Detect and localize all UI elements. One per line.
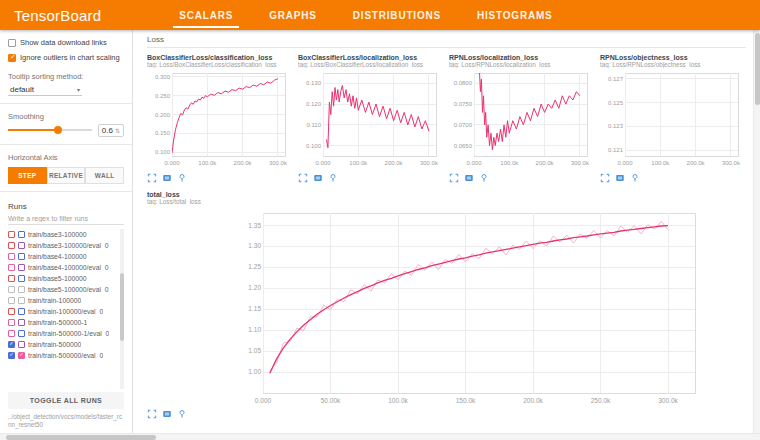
tooltip-sort-label: Tooltip sorting method:: [8, 72, 124, 81]
run-item[interactable]: train/train-500000-1/eval_0: [8, 328, 117, 339]
run-item[interactable]: train/train-100000/eval_0: [8, 306, 117, 317]
run-item[interactable]: ✓✓train/train-500000/eval_0: [8, 350, 117, 361]
resize-chart-icon[interactable]: [464, 173, 474, 183]
run-checkbox[interactable]: [18, 319, 25, 326]
run-checkbox[interactable]: ✓: [8, 352, 15, 359]
svg-text:300.0k: 300.0k: [269, 160, 288, 166]
run-checkbox[interactable]: ✓: [18, 352, 25, 359]
horizontal-scrollbar-thumb[interactable]: [6, 435, 156, 440]
chart-tag: tag: Loss/total_loss: [147, 198, 746, 205]
option-ignore-outliers[interactable]: Ignore outliers in chart scaling: [8, 53, 124, 63]
resize-chart-icon[interactable]: [162, 409, 172, 419]
tab-histograms[interactable]: HISTOGRAMS: [459, 0, 571, 30]
horizontal-axis-label: Horizontal Axis: [8, 153, 124, 162]
svg-text:50.00k: 50.00k: [321, 397, 341, 404]
fullscreen-icon[interactable]: [298, 173, 308, 183]
runs-scrollbar[interactable]: [120, 229, 124, 389]
page-horizontal-scrollbar[interactable]: [0, 433, 760, 440]
checkbox-icon[interactable]: [8, 39, 16, 47]
run-checkbox[interactable]: [8, 275, 15, 282]
run-item[interactable]: train/base5-100000/eval_0: [8, 284, 117, 295]
run-checkbox[interactable]: [18, 231, 25, 238]
smoothing-value-input[interactable]: 0.6 ⇅: [98, 124, 124, 137]
horizontal-axis-toggle: STEP RELATIVE WALL: [8, 167, 124, 184]
fullscreen-icon[interactable]: [449, 173, 459, 183]
run-item[interactable]: train/train-500000-1: [8, 317, 117, 328]
pin-icon[interactable]: [328, 173, 338, 183]
run-checkbox[interactable]: [18, 286, 25, 293]
fullscreen-icon[interactable]: [147, 173, 157, 183]
run-checkbox[interactable]: ✓: [8, 341, 15, 348]
chart-title: RPNLoss/objectness_loss: [600, 54, 743, 61]
run-checkbox[interactable]: [18, 264, 25, 271]
run-checkbox[interactable]: [8, 308, 15, 315]
axis-wall-button[interactable]: WALL: [85, 167, 124, 184]
tab-scalars[interactable]: SCALARS: [161, 0, 251, 30]
app-body: Show data download links Ignore outliers…: [0, 30, 760, 433]
checkbox-icon[interactable]: [8, 54, 16, 62]
run-checkbox[interactable]: [18, 308, 25, 315]
pin-icon[interactable]: [177, 409, 187, 419]
svg-text:1.35: 1.35: [248, 222, 261, 229]
axis-step-button[interactable]: STEP: [8, 167, 47, 184]
run-checkbox[interactable]: [18, 297, 25, 304]
svg-text:0.127: 0.127: [608, 76, 624, 82]
pin-icon[interactable]: [630, 173, 640, 183]
runs-filter-input[interactable]: [8, 213, 124, 225]
run-item[interactable]: train/base4-100000: [8, 251, 117, 262]
run-item[interactable]: train/base3-100000/eval_0: [8, 240, 117, 251]
run-item[interactable]: train/base4-100000/eval_0: [8, 262, 117, 273]
svg-text:300.0k: 300.0k: [420, 160, 439, 166]
tab-distributions[interactable]: DISTRIBUTIONS: [335, 0, 459, 30]
smoothing-slider[interactable]: [8, 124, 92, 136]
smoothing-slider-thumb[interactable]: [54, 126, 62, 134]
resize-chart-icon[interactable]: [162, 173, 172, 183]
svg-text:100.0k: 100.0k: [500, 160, 519, 166]
run-checkbox[interactable]: [8, 231, 15, 238]
resize-chart-icon[interactable]: [615, 173, 625, 183]
run-checkbox[interactable]: [18, 341, 25, 348]
run-item[interactable]: train/train-100000: [8, 295, 117, 306]
svg-text:0.121: 0.121: [608, 147, 624, 153]
svg-text:1.20: 1.20: [248, 284, 261, 291]
run-checkbox[interactable]: [8, 242, 15, 249]
run-checkbox[interactable]: [8, 330, 15, 337]
toggle-all-runs-button[interactable]: TOGGLE ALL RUNS: [8, 392, 124, 409]
scalar-chart[interactable]: 1.001.051.101.151.201.251.301.350.00050.…: [231, 207, 703, 407]
fullscreen-icon[interactable]: [600, 173, 610, 183]
scalar-chart[interactable]: 0.1210.1230.1250.1270.000100.0k200.0k300…: [600, 70, 743, 167]
run-checkbox[interactable]: [8, 253, 15, 260]
tab-graphs[interactable]: GRAPHS: [251, 0, 335, 30]
page-vertical-scrollbar[interactable]: [753, 30, 760, 433]
resize-chart-icon[interactable]: [313, 173, 323, 183]
chart-tag: tag: Loss/BoxClassifierLoss/classificati…: [147, 61, 290, 68]
run-checkbox[interactable]: [18, 330, 25, 337]
run-checkbox[interactable]: [18, 253, 25, 260]
run-name: train/train-500000/eval_0: [28, 352, 103, 359]
option-show-download-links[interactable]: Show data download links: [8, 38, 124, 48]
run-item[interactable]: train/base3-100000: [8, 229, 117, 240]
run-item[interactable]: ✓train/train-500000: [8, 339, 117, 350]
run-checkbox[interactable]: [18, 242, 25, 249]
fullscreen-icon[interactable]: [147, 409, 157, 419]
scalar-chart[interactable]: 0.1000.1100.1200.1300.000100.0k200.0k300…: [298, 70, 441, 167]
chart-toolbar: [147, 173, 290, 183]
run-checkbox[interactable]: [8, 264, 15, 271]
scalar-chart[interactable]: 0.1000.1500.2000.2500.3000.000100.0k200.…: [147, 70, 290, 167]
axis-relative-button[interactable]: RELATIVE: [47, 167, 86, 184]
vertical-scrollbar-thumb[interactable]: [755, 33, 760, 105]
svg-text:0.123: 0.123: [608, 123, 624, 129]
run-checkbox[interactable]: [8, 286, 15, 293]
svg-text:1.30: 1.30: [248, 242, 261, 249]
run-checkbox[interactable]: [8, 319, 15, 326]
pin-icon[interactable]: [177, 173, 187, 183]
tooltip-sort-select[interactable]: default ▾: [8, 84, 82, 96]
run-item[interactable]: train/base5-100000: [8, 273, 117, 284]
run-checkbox[interactable]: [8, 297, 15, 304]
scalar-chart[interactable]: 0.06500.07000.07500.08000.000100.0k200.0…: [449, 70, 592, 167]
pin-icon[interactable]: [479, 173, 489, 183]
spinner-arrows-icon[interactable]: ⇅: [115, 127, 120, 134]
tag-group-header[interactable]: Loss: [147, 35, 746, 48]
runs-scrollbar-thumb[interactable]: [120, 273, 124, 340]
run-checkbox[interactable]: [18, 275, 25, 282]
